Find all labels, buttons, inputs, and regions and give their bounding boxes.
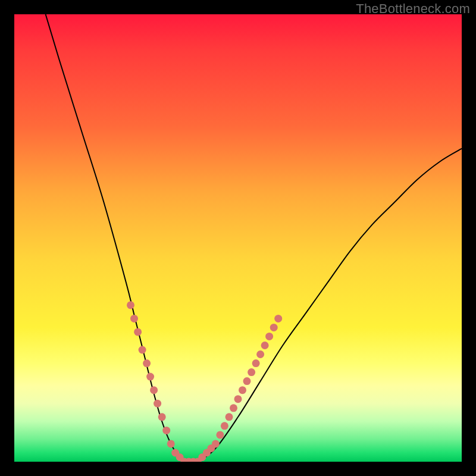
highlight-dot (252, 359, 260, 367)
chart-svg (14, 14, 462, 462)
highlight-dot (150, 386, 158, 394)
highlight-dot (274, 315, 282, 322)
highlight-dot (207, 444, 215, 452)
highlight-dot (243, 377, 251, 385)
highlight-dot (256, 350, 264, 358)
highlight-dots (127, 301, 282, 462)
highlight-dot (234, 395, 242, 403)
highlight-dot (158, 413, 166, 421)
highlight-dot (162, 427, 170, 434)
highlight-dot (221, 422, 228, 430)
highlight-dot (270, 324, 278, 331)
highlight-dot (212, 440, 220, 447)
highlight-dot (203, 449, 211, 457)
watermark-text: TheBottleneck.com (356, 1, 470, 17)
highlight-dot (130, 315, 138, 322)
highlight-dot (239, 386, 246, 394)
highlight-dot (139, 346, 146, 354)
highlight-dot (194, 458, 202, 462)
highlight-dot (226, 413, 233, 421)
highlight-dot (216, 431, 224, 439)
highlight-dot (180, 458, 188, 462)
highlight-dot (167, 440, 175, 447)
highlight-dot (154, 400, 161, 408)
highlight-dot (198, 453, 206, 461)
highlight-dot (185, 458, 193, 462)
highlight-dot (143, 359, 151, 367)
highlight-dot (171, 449, 179, 457)
chart-frame (14, 14, 462, 462)
highlight-dot (230, 404, 237, 412)
highlight-dot (189, 458, 197, 462)
highlight-dot (261, 342, 269, 349)
highlight-dot (146, 373, 154, 381)
bottleneck-curve (46, 14, 462, 462)
highlight-dot (176, 453, 184, 461)
highlight-dot (134, 328, 142, 336)
highlight-dot (265, 333, 273, 340)
highlight-dot (127, 301, 134, 309)
highlight-dot (248, 368, 255, 376)
